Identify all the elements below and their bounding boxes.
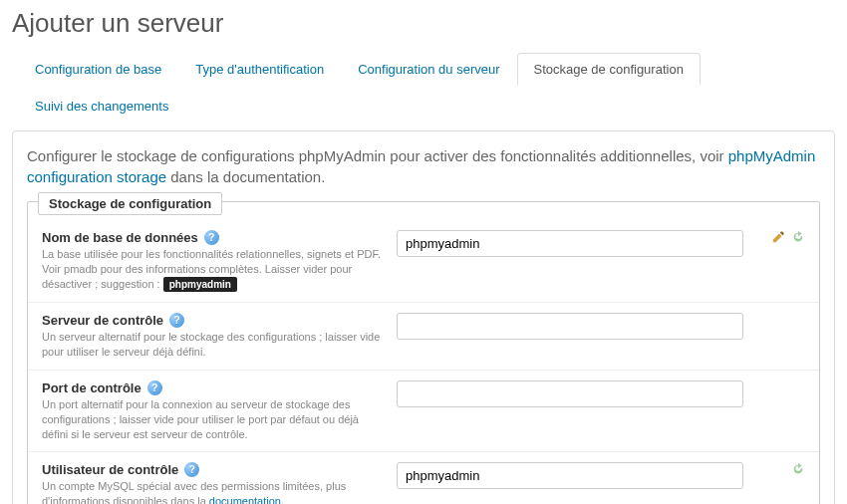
desc-pmadb: La base utilisée pour les fonctionnalité… [42,247,381,292]
tab-auth-type[interactable]: Type d'authentification [178,53,341,86]
desc-controluser: Un compte MySQL spécial avec des permiss… [42,479,381,504]
desc-controlhost: Un serveur alternatif pour le stockage d… [42,330,381,360]
label-controluser: Utilisateur de contrôle [42,462,178,477]
label-controlhost: Serveur de contrôle [42,313,163,328]
input-pmadb[interactable] [397,230,743,257]
desc-controlport: Un port alternatif pour la connexion au … [42,397,381,442]
suggestion-chip: phpmyadmin [163,277,237,293]
row-controlport: Port de contrôle ? Un port alternatif po… [28,371,819,453]
input-controluser[interactable] [397,462,743,489]
storage-fieldset: Stockage de configuration Nom de base de… [27,201,820,504]
help-icon[interactable]: ? [184,462,199,477]
page-title: Ajouter un serveur [12,0,835,53]
tabs-row-2: Suivi des changements [12,86,835,130]
label-controlport: Port de contrôle [42,380,141,395]
tabs-row-1: Configuration de base Type d'authentific… [12,53,835,86]
intro-after: dans la documentation. [170,168,325,185]
reload-icon[interactable] [791,230,805,244]
row-pmadb: Nom de base de données ? La base utilisé… [28,220,819,303]
row-controlhost: Serveur de contrôle ? Un serveur alterna… [28,303,819,371]
help-icon[interactable]: ? [147,380,162,395]
fieldset-legend: Stockage de configuration [38,192,222,215]
intro-before: Configurer le stockage de configurations… [27,147,728,164]
reload-icon[interactable] [791,462,805,476]
edit-icon[interactable] [771,230,785,244]
input-controlport[interactable] [397,380,743,407]
intro-text: Configurer le stockage de configurations… [27,145,820,187]
content-panel: Configurer le stockage de configurations… [12,130,835,504]
row-controluser: Utilisateur de contrôle ? Un compte MySQ… [28,452,819,504]
tab-storage-config[interactable]: Stockage de configuration [517,53,701,86]
tab-tracking[interactable]: Suivi des changements [18,90,185,123]
tab-base-config[interactable]: Configuration de base [18,53,178,86]
help-icon[interactable]: ? [169,313,184,328]
label-pmadb: Nom de base de données [42,230,198,245]
doc-link[interactable]: documentation [209,495,281,504]
help-icon[interactable]: ? [204,230,219,245]
tab-server-config[interactable]: Configuration du serveur [341,53,516,86]
input-controlhost[interactable] [397,313,743,340]
